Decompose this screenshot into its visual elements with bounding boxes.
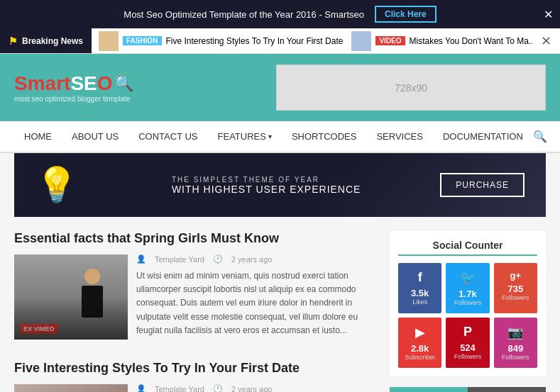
breaking-news-label: ⚑ Breaking News xyxy=(0,28,92,53)
social-btn-youtube[interactable]: ▶ 2.8k Subscriber xyxy=(398,318,441,368)
facebook-count: 3.5k xyxy=(411,288,429,298)
breaking-news-item-1[interactable]: FASHION Five Interesting Styles To Try I… xyxy=(99,31,343,51)
content-left: Essential facts that Spring Girls Must K… xyxy=(14,231,375,392)
top-banner-close[interactable]: ✕ xyxy=(544,8,553,21)
header-area: SmartSEO 🔍 most seo optimized blogger te… xyxy=(0,54,560,121)
nav-item-contact[interactable]: CONTACT US xyxy=(128,121,207,152)
lamp-icon: 💡 xyxy=(35,165,78,205)
social-btn-facebook[interactable]: f 3.5k Likes xyxy=(398,263,441,313)
pinterest-count: 524 xyxy=(460,342,476,353)
gplus-label: Followers xyxy=(502,294,529,301)
clock-icon: 🕐 xyxy=(213,254,223,264)
author-icon-2: 👤 xyxy=(136,384,146,392)
breaking-news-flag-icon: ⚑ xyxy=(9,35,18,47)
article-2-thumb: wheritagechristiancollege.com xyxy=(14,384,128,392)
tab-recent-post[interactable]: RECENT POST xyxy=(390,387,468,392)
rf-tabs: RECENT POST FEATURED xyxy=(390,387,546,392)
social-grid: f 3.5k Likes 🐦 1.7k Followers g+ 735 Fol… xyxy=(398,263,537,368)
article-1-thumb: Ex VIMEO xyxy=(14,254,128,340)
clock-icon-2: 🕐 xyxy=(213,384,223,392)
logo-subtitle: most seo optimized blogger template xyxy=(14,95,133,103)
gplus-count: 735 xyxy=(507,284,523,294)
main-nav: HOME ABOUT US CONTACT US FEATURES ▾ SHOR… xyxy=(14,121,533,152)
article-1-excerpt: Ut wisi enim ad minim veniam, quis nostr… xyxy=(136,269,375,337)
nav-search-icon[interactable]: 🔍 xyxy=(533,130,547,143)
article-1-date: 2 years ago xyxy=(231,255,272,264)
nav-item-services[interactable]: SERVICES xyxy=(366,121,433,152)
bn-badge-fashion: FASHION xyxy=(123,36,161,45)
breaking-news-item-2[interactable]: VIDEO Mistakes You Don't Want To Ma... xyxy=(351,31,532,51)
article-1-meta: 👤 Template Yard 🕐 2 years ago xyxy=(136,254,375,264)
bn-thumb-1 xyxy=(99,31,119,51)
content-right: Social Counter f 3.5k Likes 🐦 1.7k Follo… xyxy=(390,231,546,392)
gplus-icon: g+ xyxy=(510,270,522,281)
facebook-label: Likes xyxy=(412,298,427,306)
article-1-author: Template Yard xyxy=(155,255,204,264)
article-1: Essential facts that Spring Girls Must K… xyxy=(14,231,375,340)
nav-item-shortcodes[interactable]: SHORTCODES xyxy=(282,121,367,152)
instagram-icon: 📷 xyxy=(507,325,523,340)
article-2-meta: 👤 Template Yard 🕐 2 years ago xyxy=(136,384,375,392)
logo-smart: Smart xyxy=(14,72,70,94)
nav-item-home[interactable]: HOME xyxy=(14,121,62,152)
top-banner: Most Seo Optimized Template of the Year … xyxy=(0,0,560,28)
instagram-label: Followers xyxy=(502,354,529,361)
tab-featured[interactable]: FEATURED xyxy=(468,387,546,392)
bn-thumb-2 xyxy=(351,31,371,51)
breaking-news-close[interactable]: ✕ xyxy=(532,33,560,49)
bn-item-1-text: Five Interesting Styles To Try In Your F… xyxy=(166,36,344,46)
hero-main-title: WITH HIGHEST USER EXPERIENCE xyxy=(172,184,361,195)
hero-banner: 💡 THE SIMPLEST THEME OF YEAR WITH HIGHES… xyxy=(14,153,546,217)
article-2-title[interactable]: Five Interesting Styles To Try In Your F… xyxy=(14,361,375,376)
recent-featured: RECENT POST FEATURED Essential facts tha… xyxy=(390,387,546,392)
breaking-news-items: FASHION Five Interesting Styles To Try I… xyxy=(92,31,532,51)
article-1-thumb-label: Ex VIMEO xyxy=(20,324,58,334)
social-btn-pinterest[interactable]: P 524 Followers xyxy=(446,318,489,368)
youtube-label: Subscriber xyxy=(405,354,435,361)
author-icon: 👤 xyxy=(136,254,146,264)
logo-text: SmartSEO xyxy=(14,72,113,95)
ad-banner: 728x90 xyxy=(276,65,546,111)
social-btn-instagram[interactable]: 📷 849 Followers xyxy=(494,318,537,368)
social-counter: Social Counter f 3.5k Likes 🐦 1.7k Follo… xyxy=(390,231,546,376)
nav-item-features[interactable]: FEATURES ▾ xyxy=(208,121,282,152)
human-body xyxy=(82,286,103,318)
social-btn-twitter[interactable]: 🐦 1.7k Followers xyxy=(446,263,489,313)
pinterest-label: Followers xyxy=(454,353,482,360)
article-2: Five Interesting Styles To Try In Your F… xyxy=(14,361,375,392)
human-figure xyxy=(78,269,106,325)
features-dropdown-arrow: ▾ xyxy=(268,133,272,140)
ad-size-label: 728x90 xyxy=(395,82,427,94)
article-1-title[interactable]: Essential facts that Spring Girls Must K… xyxy=(14,231,375,246)
nav-item-about[interactable]: ABOUT US xyxy=(62,121,128,152)
article-1-body: Ex VIMEO 👤 Template Yard 🕐 2 years ago U… xyxy=(14,254,375,340)
article-2-content: 👤 Template Yard 🕐 2 years ago Ut wisi en… xyxy=(136,384,375,392)
bn-badge-video: VIDEO xyxy=(375,36,405,45)
click-here-button[interactable]: Click Here xyxy=(375,6,437,23)
logo-seo: SE xyxy=(70,72,97,94)
twitter-count: 1.7k xyxy=(459,289,476,299)
top-banner-text: Most Seo Optimized Template of the Year … xyxy=(123,9,364,20)
pinterest-icon: P xyxy=(463,325,472,340)
instagram-count: 849 xyxy=(507,343,523,354)
youtube-icon: ▶ xyxy=(415,325,425,340)
logo-area: SmartSEO 🔍 most seo optimized blogger te… xyxy=(14,72,133,103)
breaking-news-text: Breaking News xyxy=(22,36,83,46)
article-2-author: Template Yard xyxy=(155,385,204,393)
breaking-news-bar: ⚑ Breaking News FASHION Five Interesting… xyxy=(0,28,560,54)
bn-item-2-text: Mistakes You Don't Want To Ma... xyxy=(410,36,532,46)
article-1-content: 👤 Template Yard 🕐 2 years ago Ut wisi en… xyxy=(136,254,375,340)
hero-sub-title: THE SIMPLEST THEME OF YEAR xyxy=(172,176,361,184)
facebook-icon: f xyxy=(418,270,422,285)
hero-text-block: THE SIMPLEST THEME OF YEAR WITH HIGHEST … xyxy=(172,176,361,195)
human-head xyxy=(84,269,100,284)
social-btn-gplus[interactable]: g+ 735 Followers xyxy=(494,263,537,313)
twitter-label: Followers xyxy=(454,299,482,306)
main-content: Essential facts that Spring Girls Must K… xyxy=(0,217,560,392)
logo-search-icon: 🔍 xyxy=(114,74,133,93)
nav-bar: HOME ABOUT US CONTACT US FEATURES ▾ SHOR… xyxy=(0,121,560,153)
purchase-button[interactable]: PURCHASE xyxy=(440,173,525,197)
twitter-icon: 🐦 xyxy=(460,270,476,286)
article-2-date: 2 years ago xyxy=(231,385,272,393)
nav-item-documentation[interactable]: DOCUMENTATION xyxy=(433,121,533,152)
